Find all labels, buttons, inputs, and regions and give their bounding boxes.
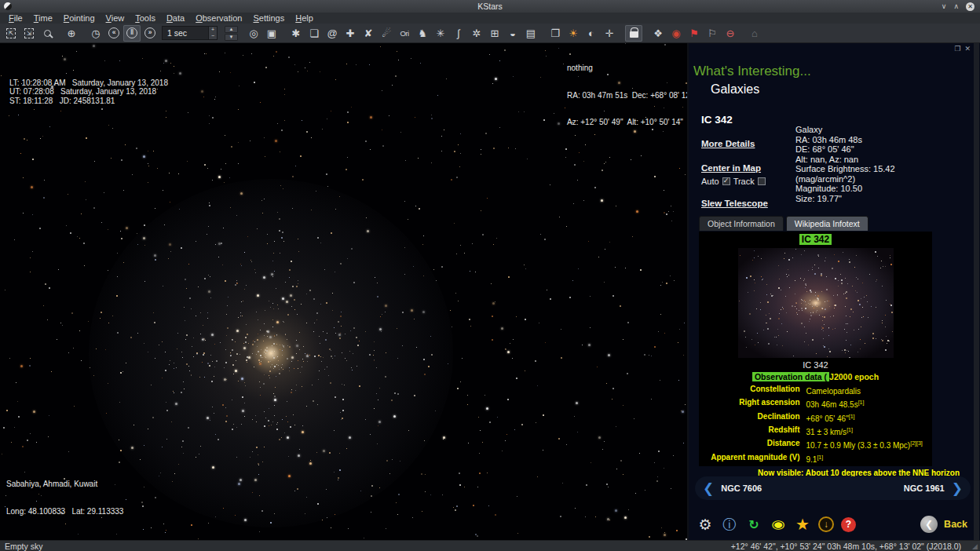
- time-step-increase-icon[interactable]: +: [209, 27, 217, 33]
- app-icon: [4, 2, 12, 10]
- menu-tools[interactable]: Tools: [130, 13, 161, 24]
- pan-mode-icon[interactable]: ⇱: [2, 25, 20, 42]
- tab-wikipedia-infotext[interactable]: Wikipedia Infotext: [786, 216, 868, 231]
- time-step-spinbox[interactable]: 1 sec + −: [162, 26, 218, 40]
- tab-object-information[interactable]: Object Information: [699, 216, 784, 231]
- solar-system-toggle-icon[interactable]: @: [324, 25, 341, 42]
- settings-gear-icon[interactable]: ⚙: [697, 516, 714, 533]
- infobox-value: 03h 46m 48.5s[1]: [806, 398, 927, 409]
- back-button[interactable]: ❮ Back: [920, 516, 967, 533]
- back-chevron-icon: ❮: [920, 516, 938, 533]
- menu-observation[interactable]: Observation: [190, 13, 247, 24]
- next-object-label[interactable]: NGC 1961: [904, 483, 945, 493]
- track-label: Track: [733, 177, 755, 186]
- close-panel-icon[interactable]: ✕: [964, 45, 971, 53]
- comets-toggle-icon[interactable]: ☄: [378, 25, 395, 42]
- status-coordinates: +12° 46' 42", +10° 53' 24" 03h 48m 10s, …: [731, 542, 961, 551]
- location-info-box[interactable]: Sabahiya, Ahmadi, Kuwait Long: 48.100833…: [6, 462, 123, 534]
- minimize-icon[interactable]: ∨: [942, 2, 947, 10]
- prev-object-label[interactable]: NGC 7606: [721, 483, 762, 493]
- deep-sky-toggle-icon[interactable]: ❏: [305, 25, 323, 42]
- sky-map[interactable]: LT: 10:28:08 AM Saturday, January 13, 20…: [0, 43, 687, 540]
- time-step-back-icon[interactable]: «: [105, 25, 122, 42]
- object-details-icon[interactable]: ⓘ: [721, 516, 738, 533]
- summary-line: DE: 68° 05' 46": [795, 144, 940, 155]
- status-message: Empty sky: [5, 542, 42, 551]
- list-flags-icon[interactable]: ⚐: [704, 25, 721, 42]
- dome-icon[interactable]: ⌂: [746, 25, 763, 42]
- observation-list-icon[interactable]: ❐: [547, 25, 564, 42]
- time-unit-down-icon[interactable]: ▼: [225, 34, 238, 41]
- constellation-art-icon[interactable]: ♞: [414, 25, 431, 42]
- whats-interesting-icon[interactable]: ☀: [565, 25, 582, 42]
- infobox-value: Camelopardalis: [806, 385, 927, 396]
- resize-grip[interactable]: ◢: [972, 542, 978, 550]
- info-boxes-icon[interactable]: ▤: [522, 25, 539, 42]
- time-step-decrease-icon[interactable]: −: [209, 33, 217, 39]
- ekos-icon[interactable]: ❖: [649, 25, 667, 42]
- maximize-icon[interactable]: ∧: [953, 2, 959, 10]
- bright-stars-toggle-icon[interactable]: ✚: [342, 25, 359, 42]
- milky-way-icon[interactable]: ∫: [450, 25, 467, 42]
- slew-telescope-link[interactable]: Slew Telescope: [701, 199, 768, 208]
- time-step-forward-icon[interactable]: »: [141, 25, 159, 42]
- satellites-toggle-icon[interactable]: ✘: [360, 25, 377, 42]
- help-icon[interactable]: ?: [841, 517, 856, 532]
- constellation-lines-icon[interactable]: ✳: [432, 25, 449, 42]
- constellation-boundaries-icon[interactable]: ✲: [468, 25, 485, 42]
- geolocation-icon[interactable]: ⊕: [63, 25, 80, 42]
- wikipedia-infotext-view[interactable]: IC 342 IC 342 Observation data (J2000 ep…: [699, 232, 932, 466]
- visibility-eye-icon[interactable]: ◉: [766, 516, 790, 533]
- summary-line: RA: 03h 46m 48s: [795, 135, 940, 145]
- prev-object-icon[interactable]: ❮: [703, 482, 714, 495]
- favorite-star-icon[interactable]: ★: [794, 516, 811, 533]
- close-icon[interactable]: ✕: [966, 2, 975, 11]
- summary-line: Alt: nan, Az: nan: [795, 155, 940, 165]
- lock-position-icon[interactable]: [625, 25, 642, 42]
- auto-checkbox[interactable]: [722, 177, 730, 185]
- next-object-icon[interactable]: ❯: [952, 482, 963, 495]
- download-icon[interactable]: ↓: [818, 516, 834, 532]
- summary-line: Size: 19.77": [795, 194, 940, 204]
- set-time-icon[interactable]: ◷: [87, 25, 104, 42]
- constellation-names-icon[interactable]: Ori: [396, 25, 413, 42]
- back-label: Back: [944, 519, 967, 530]
- night-colors-icon[interactable]: ◐: [583, 25, 600, 42]
- time-unit-up-icon[interactable]: ▲: [225, 26, 238, 33]
- center-focus-icon[interactable]: ◎: [245, 25, 262, 42]
- more-details-link[interactable]: More Details: [701, 139, 755, 148]
- celestial-grid-icon[interactable]: ⊞: [486, 25, 503, 42]
- menu-settings[interactable]: Settings: [247, 13, 290, 24]
- infobox-label: Declination: [704, 412, 800, 423]
- menu-time[interactable]: Time: [28, 13, 58, 24]
- menu-data[interactable]: Data: [161, 13, 190, 24]
- location-coords: Long: 48.100833 Lat: 29.113333: [6, 507, 123, 516]
- sky-image-icon[interactable]: ▣: [263, 25, 280, 42]
- float-panel-icon[interactable]: ❐: [954, 45, 960, 53]
- disconnect-icon[interactable]: ⊖: [722, 25, 739, 42]
- reload-icon[interactable]: ↻: [745, 516, 762, 533]
- telescope-center-icon[interactable]: ✛: [601, 25, 618, 42]
- panel-title: What's Interesting...: [693, 64, 811, 79]
- menu-pointing[interactable]: Pointing: [58, 13, 101, 24]
- time-step-value[interactable]: 1 sec: [162, 26, 209, 40]
- menu-bar: File Time Pointing View Tools Data Obser…: [0, 13, 980, 24]
- zoom-region-icon[interactable]: ⇲: [20, 25, 38, 42]
- stars-toggle-icon[interactable]: ✱: [287, 25, 305, 42]
- infobox-value: 31 ± 3 km/s[1]: [806, 425, 927, 436]
- track-checkbox[interactable]: [758, 177, 766, 185]
- time-pause-icon[interactable]: ‖: [123, 25, 141, 42]
- menu-view[interactable]: View: [101, 13, 130, 24]
- horizon-toggle-icon[interactable]: ◒: [504, 25, 521, 42]
- panel-scrollbar[interactable]: [974, 43, 979, 540]
- focus-info-box[interactable]: nothing RA: 03h 47m 51s Dec: +68° 08' 12…: [567, 46, 687, 145]
- infobox-label: Apparent magnitude (V): [704, 453, 800, 464]
- window-title: KStars: [0, 2, 980, 11]
- time-info-box[interactable]: LT: 10:28:08 AM Saturday, January 13, 20…: [9, 51, 168, 105]
- center-in-map-link[interactable]: Center in Map: [701, 163, 761, 173]
- menu-help[interactable]: Help: [290, 13, 319, 24]
- indi-record-icon[interactable]: ◉: [667, 25, 685, 42]
- menu-file[interactable]: File: [3, 13, 28, 24]
- find-object-icon[interactable]: [38, 25, 56, 42]
- add-flag-icon[interactable]: ⚑: [686, 25, 703, 42]
